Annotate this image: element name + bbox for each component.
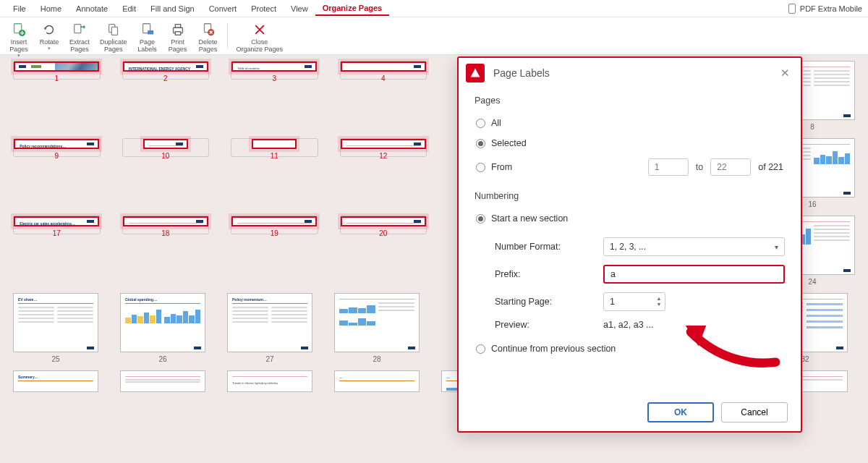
rotate-button[interactable]: Rotate ▾ bbox=[35, 20, 64, 53]
prefix-value: a bbox=[610, 269, 616, 279]
menu-organize-pages[interactable]: Organize Pages bbox=[315, 1, 390, 16]
duplicate-pages-button[interactable]: DuplicatePages bbox=[95, 20, 132, 55]
page-thumb[interactable]: 11 bbox=[231, 138, 318, 157]
dialog-header: Page Labels ✕ bbox=[459, 58, 801, 88]
step-down-icon[interactable]: ▼ bbox=[653, 302, 665, 307]
delete-label: DeletePages bbox=[199, 39, 218, 54]
menu-file[interactable]: File bbox=[6, 2, 33, 15]
ok-button[interactable]: OK bbox=[647, 402, 714, 422]
page-labels-label: PageLabels bbox=[137, 39, 157, 54]
page-thumb[interactable]: … bbox=[334, 370, 420, 395]
page-thumb[interactable]: 28 bbox=[334, 293, 420, 363]
dialog-footer: OK Cancel bbox=[459, 394, 801, 431]
page-thumb[interactable]: Electric car sales accelerating… 17 bbox=[13, 216, 101, 234]
menu-edit[interactable]: Edit bbox=[115, 2, 143, 15]
radio-all[interactable]: All bbox=[475, 113, 785, 133]
radio-icon bbox=[476, 119, 485, 128]
svg-rect-9 bbox=[175, 32, 180, 35]
page-labels-button[interactable]: PageLabels bbox=[133, 20, 162, 55]
duplicate-icon bbox=[106, 22, 122, 38]
step-up-icon[interactable]: ▲ bbox=[653, 296, 665, 302]
print-icon bbox=[170, 22, 186, 38]
radio-from-label: From bbox=[491, 162, 512, 172]
svg-rect-8 bbox=[175, 25, 180, 28]
extract-icon bbox=[72, 22, 88, 38]
radio-selected[interactable]: Selected bbox=[475, 133, 785, 153]
radio-from[interactable]: From to of 221 bbox=[475, 153, 785, 181]
svg-rect-2 bbox=[75, 25, 81, 33]
delete-icon bbox=[200, 22, 216, 38]
radio-selected-label: Selected bbox=[491, 138, 527, 148]
to-label: to bbox=[696, 162, 703, 172]
page-thumb[interactable]: Trends in electric light-duty vehicles bbox=[227, 370, 312, 395]
preview-value: a1, a2, a3 ... bbox=[603, 320, 654, 330]
separator bbox=[227, 23, 228, 48]
page-thumb[interactable]: 10 bbox=[122, 138, 210, 157]
close-icon bbox=[252, 22, 268, 38]
toolbar: InsertPages ▾ Rotate ▾ ExtractPages Dupl… bbox=[0, 17, 868, 55]
duplicate-label: DuplicatePages bbox=[100, 39, 127, 54]
mobile-label: PDF Extra Mobile bbox=[800, 4, 862, 13]
to-input[interactable] bbox=[710, 158, 751, 176]
page-thumb[interactable]: Global EV Outlook 2023 1 bbox=[13, 61, 101, 80]
from-input[interactable] bbox=[648, 158, 689, 176]
starting-page-stepper[interactable]: 1 ▲▼ bbox=[603, 292, 665, 311]
preview-label: Preview: bbox=[495, 320, 603, 330]
radio-start-new[interactable]: Start a new section bbox=[475, 208, 785, 229]
page-thumb[interactable]: INTERNATIONAL ENERGY AGENCY 2 bbox=[122, 61, 210, 80]
extract-pages-button[interactable]: ExtractPages bbox=[65, 20, 94, 55]
svg-rect-6 bbox=[148, 30, 153, 34]
menu-protect[interactable]: Protect bbox=[244, 2, 284, 15]
rotate-icon bbox=[41, 22, 57, 38]
page-thumb[interactable]: Executive summary 4 bbox=[340, 61, 427, 80]
prefix-input[interactable]: a bbox=[603, 265, 785, 284]
menu-home[interactable]: Home bbox=[33, 2, 69, 15]
prefix-label: Prefix: bbox=[495, 269, 603, 279]
page-thumb[interactable]: 19 bbox=[231, 216, 318, 234]
radio-continue[interactable]: Continue from previous section bbox=[475, 339, 785, 359]
mobile-link[interactable]: PDF Extra Mobile bbox=[788, 4, 862, 14]
delete-pages-button[interactable]: DeletePages bbox=[194, 20, 223, 55]
page-thumb[interactable] bbox=[120, 370, 205, 395]
extract-label: ExtractPages bbox=[69, 39, 90, 54]
pages-section-header: Pages bbox=[475, 95, 785, 106]
radio-icon bbox=[476, 344, 485, 354]
starting-page-label: Starting Page: bbox=[495, 297, 603, 307]
menu-annotate[interactable]: Annotate bbox=[69, 2, 115, 15]
menu-bar: File Home Annotate Edit Fill and Sign Co… bbox=[0, 0, 868, 17]
insert-pages-button[interactable]: InsertPages ▾ bbox=[4, 20, 33, 60]
insert-pages-label: InsertPages bbox=[9, 39, 28, 54]
menu-convert[interactable]: Convert bbox=[202, 2, 244, 15]
of-total: of 221 bbox=[758, 162, 783, 172]
page-thumb[interactable]: 18 bbox=[122, 216, 210, 234]
page-thumb[interactable]: Policy recommendations… 9 bbox=[13, 138, 101, 157]
radio-icon bbox=[476, 163, 485, 172]
starting-page-value: 1 bbox=[610, 297, 653, 307]
number-format-select[interactable]: 1, 2, 3, ... ▾ bbox=[603, 237, 785, 256]
print-pages-button[interactable]: PrintPages bbox=[163, 20, 192, 55]
numbering-section-header: Numbering bbox=[475, 191, 785, 201]
page-thumb[interactable]: 20 bbox=[340, 216, 427, 234]
cancel-button[interactable]: Cancel bbox=[721, 402, 788, 422]
page-thumb[interactable]: 12 bbox=[340, 138, 427, 157]
radio-icon bbox=[476, 214, 485, 224]
continue-label: Continue from previous section bbox=[491, 344, 616, 354]
page-thumb[interactable]: Summary… bbox=[13, 370, 98, 395]
page-thumb[interactable]: EV share… 25 bbox=[13, 293, 98, 363]
chevron-down-icon: ▾ bbox=[48, 46, 51, 51]
radio-all-label: All bbox=[491, 118, 501, 128]
phone-icon bbox=[788, 4, 796, 14]
start-new-label: Start a new section bbox=[491, 213, 568, 224]
close-dialog-button[interactable]: ✕ bbox=[776, 64, 793, 82]
svg-rect-4 bbox=[111, 27, 117, 35]
number-format-label: Number Format: bbox=[495, 242, 603, 252]
page-thumb[interactable]: Global spending… 26 bbox=[120, 293, 205, 363]
page-thumb[interactable]: Policy momentum… 27 bbox=[227, 293, 312, 363]
menu-view[interactable]: View bbox=[284, 2, 315, 15]
menu-fill-sign[interactable]: Fill and Sign bbox=[143, 2, 202, 15]
app-logo-icon bbox=[466, 64, 485, 82]
print-label: PrintPages bbox=[169, 39, 187, 54]
page-thumb[interactable]: Table of contents 3 bbox=[231, 61, 318, 80]
chevron-down-icon: ▾ bbox=[775, 243, 778, 251]
close-organize-button[interactable]: CloseOrganize Pages bbox=[232, 20, 288, 55]
